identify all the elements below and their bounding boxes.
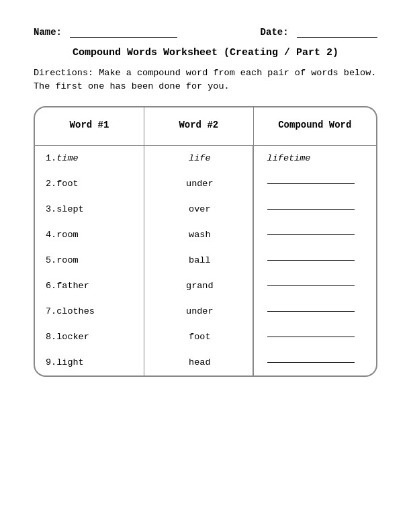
date-label: Date: [261,27,289,38]
table-header-row: Word #1 Word #2 Compound Word [35,107,376,146]
word2-text: foot [189,332,210,342]
table-row: 8. lockerfoot [35,324,376,350]
date-field: Date: [261,27,377,38]
compound-cell [254,197,376,222]
worksheet-table-container: Word #1 Word #2 Compound Word 1. timelif… [34,106,377,377]
word1-cell: 8. locker [35,324,144,350]
word1-cell: 4. room [35,222,144,248]
word2-cell: ball [144,248,253,273]
answer-line [267,234,355,235]
compound-cell: lifetime [254,146,376,171]
name-label: Name: [34,27,62,38]
col1-header: Word #1 [35,107,144,146]
word1-text: room [56,230,78,240]
word2-text: grand [186,281,214,291]
table-row: 4. roomwash [35,222,376,248]
word2-text: ball [189,255,210,265]
word1-cell: 3. slept [35,197,144,222]
compound-cell [254,248,376,273]
table-row: 2. footunder [35,171,376,197]
row-number: 3. [46,204,56,214]
word2-cell: head [144,350,253,375]
word1-cell: 9. light [35,350,144,375]
word2-text: under [186,179,214,189]
directions-text: Directions: Make a compound word from ea… [34,66,377,94]
table-row: 5. roomball [35,248,376,273]
table-row: 7. clothesunder [35,299,376,324]
answer-line [267,209,355,210]
answer-line [267,260,355,261]
worksheet-table: Word #1 Word #2 Compound Word 1. timelif… [35,107,376,375]
compound-cell [254,171,376,197]
name-line [70,37,177,38]
compound-cell [254,299,376,324]
word1-text: clothes [56,306,95,316]
word1-text: locker [56,332,89,342]
word2-cell: over [144,197,253,222]
word1-cell: 1. time [35,146,144,171]
compound-cell [254,273,376,299]
table-row: 6. fathergrand [35,273,376,299]
answer-line [267,337,355,337]
compound-cell [254,222,376,248]
word1-cell: 5. room [35,248,144,273]
word2-cell: life [144,146,253,171]
answer-line [267,311,355,312]
row-number: 2. [46,179,56,189]
word2-text: life [189,153,210,163]
answer-line [267,183,355,184]
answer-line [267,362,355,363]
col3-header: Compound Word [253,107,376,146]
word1-cell: 6. father [35,273,144,299]
table-row: 9. lighthead [35,350,376,375]
word1-text: light [56,357,84,367]
word2-cell: grand [144,273,253,299]
word2-cell: wash [144,222,253,248]
word2-text: under [186,306,214,316]
word2-text: over [189,204,210,214]
word1-text: time [56,153,78,163]
answer-line [267,285,355,286]
name-field: Name: [34,27,177,38]
word1-cell: 7. clothes [35,299,144,324]
row-number: 6. [46,281,56,291]
word2-cell: under [144,171,253,197]
row-number: 7. [46,306,56,316]
word2-text: head [189,357,210,367]
compound-cell [254,350,376,375]
col2-header: Word #2 [144,107,254,146]
word1-text: father [56,281,89,291]
word2-cell: foot [144,324,253,350]
row-number: 4. [46,230,56,240]
table-row: 3. sleptover [35,197,376,222]
word1-text: room [56,255,78,265]
page-title: Compound Words Worksheet (Creating / Par… [34,47,377,58]
word2-cell: under [144,299,253,324]
table-row: 1. timelifelifetime [35,145,376,171]
word1-text: slept [56,204,84,214]
header-row: Name: Date: [34,27,377,38]
row-number: 8. [46,332,56,342]
compound-text: lifetime [267,153,311,163]
compound-cell [254,324,376,350]
row-number: 9. [46,357,56,367]
word1-text: foot [56,179,78,189]
page: Name: Date: Compound Words Worksheet (Cr… [0,0,411,532]
table-wrapper: Word #1 Word #2 Compound Word 1. timelif… [35,107,376,375]
word1-cell: 2. foot [35,171,144,197]
row-number: 1. [46,153,56,163]
row-number: 5. [46,255,56,265]
word2-text: wash [189,230,210,240]
date-line [297,37,377,38]
